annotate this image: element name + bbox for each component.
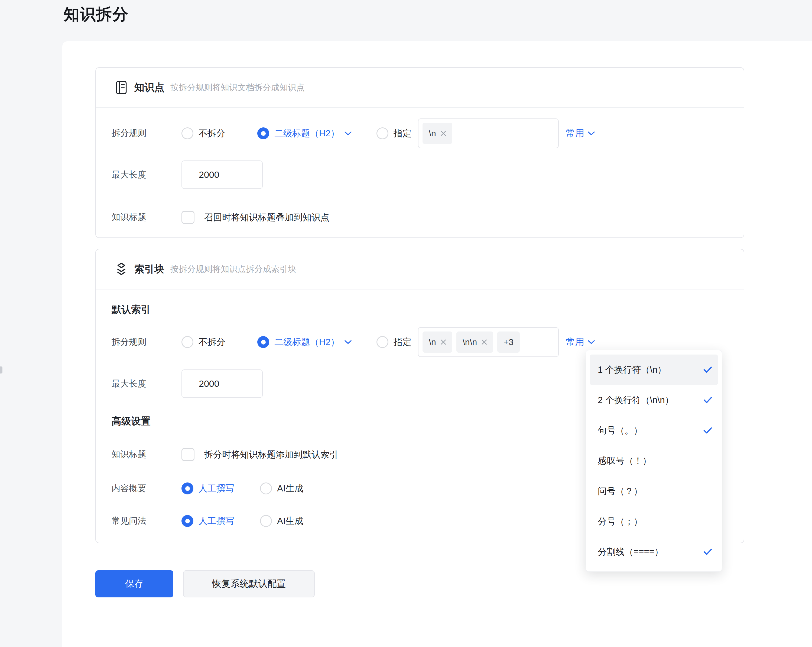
split-rule-row: 拆分规则 不拆分 二级标题（H2） 指定 \n: [111, 118, 744, 148]
notebook-icon: [115, 81, 127, 95]
dropdown-item[interactable]: 1 个换行符（\n）: [590, 355, 718, 385]
card-subtitle: 按拆分规则将知识点拆分成索引块: [170, 263, 296, 275]
radio-option-no-split[interactable]: 不拆分: [182, 127, 225, 139]
close-icon[interactable]: [482, 340, 487, 345]
faq-label: 常见问法: [111, 515, 182, 527]
restore-defaults-button[interactable]: 恢复系统默认配置: [183, 570, 315, 597]
radio-option-custom[interactable]: 指定: [377, 127, 411, 139]
radio-option-no-split[interactable]: 不拆分: [182, 336, 225, 348]
radio-button[interactable]: [260, 515, 272, 527]
radio-button[interactable]: [377, 127, 388, 139]
chevron-down-icon[interactable]: [345, 132, 351, 136]
check-icon: [704, 427, 712, 434]
check-icon: [704, 549, 712, 555]
max-length-input[interactable]: [182, 161, 263, 189]
common-separators-link[interactable]: 常用: [566, 127, 595, 139]
collapsed-sidebar-handle[interactable]: [0, 367, 2, 373]
knowledge-point-card-header: 知识点 按拆分规则将知识文档拆分成知识点: [96, 68, 744, 108]
chevron-down-icon: [588, 132, 595, 136]
chevron-down-icon[interactable]: [345, 340, 351, 344]
chevron-down-icon: [588, 340, 595, 344]
common-separators-link[interactable]: 常用: [566, 336, 595, 348]
dropdown-item[interactable]: 感叹号（！）: [590, 446, 718, 476]
layers-icon: [115, 262, 127, 276]
radio-option-ai[interactable]: AI生成: [260, 482, 303, 495]
knowledge-title-label: 知识标题: [111, 211, 182, 223]
separator-tag: \n: [423, 123, 452, 144]
save-button[interactable]: 保存: [95, 570, 173, 597]
close-icon[interactable]: [441, 131, 446, 136]
separator-tag: \n: [423, 332, 452, 353]
content-summary-label: 内容概要: [111, 482, 182, 494]
radio-option-manual[interactable]: 人工撰写: [182, 515, 234, 527]
knowledge-title-checkbox[interactable]: [182, 448, 194, 461]
radio-option-h2[interactable]: 二级标题（H2）: [257, 127, 351, 139]
card-subtitle: 按拆分规则将知识文档拆分成知识点: [170, 82, 305, 93]
dropdown-item[interactable]: 句号（。）: [590, 415, 718, 446]
index-block-card-header: 索引块 按拆分规则将知识点拆分成索引块: [96, 249, 744, 289]
close-icon[interactable]: [441, 340, 446, 345]
split-rule-label: 拆分规则: [111, 127, 182, 139]
knowledge-title-row: 知识标题 召回时将知识标题叠加到知识点: [111, 204, 744, 231]
split-rule-label: 拆分规则: [111, 336, 182, 348]
dropdown-item[interactable]: 问号（？）: [590, 476, 718, 506]
default-index-heading: 默认索引: [111, 303, 744, 316]
check-icon: [704, 397, 712, 403]
max-length-input[interactable]: [182, 369, 263, 398]
separator-tags-input[interactable]: \n: [418, 118, 559, 148]
check-icon: [704, 367, 712, 373]
radio-option-manual[interactable]: 人工撰写: [182, 482, 234, 495]
radio-button[interactable]: [182, 336, 193, 348]
card-title: 知识点: [134, 81, 165, 94]
radio-button[interactable]: [182, 482, 193, 494]
knowledge-title-label: 知识标题: [111, 448, 182, 460]
common-separators-dropdown: 1 个换行符（\n） 2 个换行符（\n\n） 句号（。） 感叹号（！） 问号（…: [586, 350, 722, 572]
knowledge-split-settings-page: 知识拆分 知识点 按拆分规则将知识文档拆分成知识点 拆分规则 不拆分: [0, 0, 812, 647]
page-title: 知识拆分: [64, 4, 129, 25]
knowledge-title-checkbox-label: 召回时将知识标题叠加到知识点: [204, 211, 329, 223]
radio-button[interactable]: [257, 127, 269, 139]
radio-button[interactable]: [182, 515, 193, 527]
knowledge-title-checkbox[interactable]: [182, 211, 194, 224]
radio-option-ai[interactable]: AI生成: [260, 515, 303, 527]
radio-button[interactable]: [377, 336, 388, 348]
dropdown-item[interactable]: 分割线（====）: [590, 537, 718, 567]
radio-option-h2[interactable]: 二级标题（H2）: [257, 336, 351, 348]
radio-button[interactable]: [182, 127, 193, 139]
dropdown-item[interactable]: 2 个换行符（\n\n）: [590, 385, 718, 415]
radio-button[interactable]: [260, 482, 272, 494]
max-length-label: 最大长度: [111, 169, 182, 181]
knowledge-title-checkbox-label: 拆分时将知识标题添加到默认索引: [204, 448, 338, 461]
dropdown-item[interactable]: 分号（；）: [590, 506, 718, 537]
separator-tags-input[interactable]: \n \n\n +3: [418, 327, 559, 357]
max-length-label: 最大长度: [111, 378, 182, 390]
more-tags-badge[interactable]: +3: [497, 332, 519, 353]
separator-tag: \n\n: [456, 332, 493, 353]
card-title: 索引块: [134, 262, 165, 276]
radio-button[interactable]: [257, 336, 269, 348]
knowledge-point-card: 知识点 按拆分规则将知识文档拆分成知识点 拆分规则 不拆分 二级标题（H2） 指…: [95, 67, 744, 238]
radio-option-custom[interactable]: 指定: [377, 336, 411, 348]
max-length-row: 最大长度: [111, 161, 744, 189]
